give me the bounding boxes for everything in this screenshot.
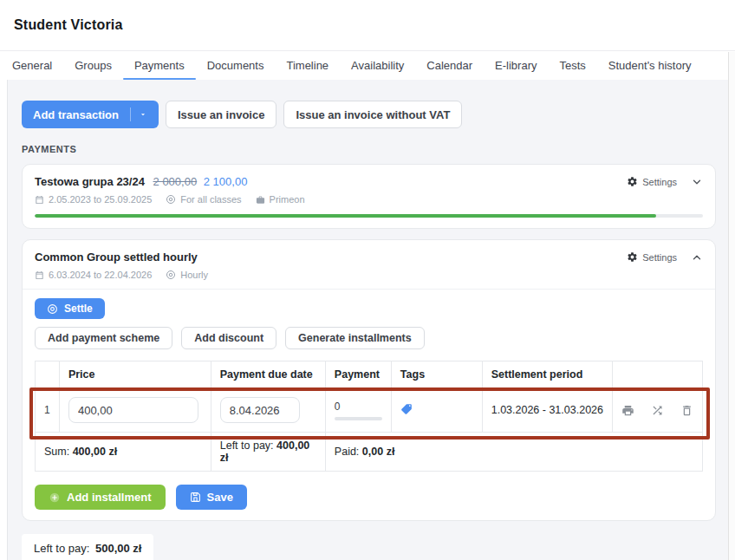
tab-students-history[interactable]: Student's history [597, 51, 703, 80]
settings-label: Settings [642, 177, 677, 187]
settle-button[interactable]: Settle [35, 298, 105, 319]
group-title-row: Testowa grupa 23/24 2 000,00 2 100,00 [35, 175, 247, 188]
paid-label: Paid: [335, 446, 360, 458]
payments-content: Add transaction Issue an invoice Issue a… [7, 80, 728, 560]
group-card-header: Testowa grupa 23/24 2 000,00 2 100,00 Se… [35, 175, 703, 188]
issue-invoice-button[interactable]: Issue an invoice [166, 101, 276, 128]
save-button[interactable]: Save [176, 485, 247, 510]
col-price: Price [59, 361, 211, 388]
group-meta: 6.03.2024 to 22.04.2026 Hourly [35, 270, 703, 280]
scope-item: Hourly [166, 270, 208, 280]
save-label: Save [207, 491, 233, 504]
scope-label: For all classes [180, 194, 241, 205]
issue-invoice-without-vat-button[interactable]: Issue an invoice without VAT [283, 101, 462, 128]
scrollbar[interactable] [728, 52, 735, 560]
date-range-item: 2.05.2023 to 25.09.2025 [35, 194, 152, 205]
scope-label: Hourly [180, 270, 208, 280]
sum-value: 400,00 zł [73, 446, 117, 458]
trash-icon[interactable] [680, 404, 693, 417]
tab-e-library[interactable]: E-library [484, 51, 548, 80]
date-range-item: 6.03.2024 to 22.04.2026 [35, 270, 152, 280]
col-settlement: Settlement period [482, 361, 612, 388]
print-icon[interactable] [621, 404, 634, 417]
col-tags: Tags [391, 361, 482, 388]
sum-label: Sum: [44, 446, 69, 458]
company-label: Primeon [270, 194, 305, 205]
group-meta: 2.05.2023 to 25.09.2025 For all classes … [35, 194, 703, 205]
tab-tests[interactable]: Tests [548, 51, 596, 80]
due-date-input[interactable] [220, 397, 300, 423]
collapse-button[interactable] [691, 251, 703, 264]
group-progress-fill [35, 214, 656, 218]
gear-icon [627, 251, 638, 263]
tab-payments[interactable]: Payments [123, 51, 196, 80]
add-installment-label: Add installment [67, 491, 152, 504]
company-item: Primeon [256, 194, 305, 205]
left-to-pay-chip: Left to pay: 500,00 zł [22, 534, 153, 560]
page-title: Student Victoria [14, 17, 721, 33]
add-installment-button[interactable]: Add installment [35, 485, 166, 510]
button-divider [130, 107, 131, 121]
payment-value: 0 [335, 400, 382, 413]
tag-icon[interactable] [400, 403, 413, 415]
tab-groups[interactable]: Groups [63, 51, 123, 80]
group-card-testowa: Testowa grupa 23/24 2 000,00 2 100,00 Se… [22, 164, 716, 229]
paid-cell: Paid: 0,00 zł [325, 433, 702, 472]
tab-timeline[interactable]: Timeline [275, 51, 340, 80]
left-to-pay-label: Left to pay: [34, 542, 89, 555]
briefcase-icon [256, 195, 265, 205]
add-transaction-button[interactable]: Add transaction [22, 101, 159, 128]
caret-down-icon[interactable] [139, 110, 147, 119]
col-index [36, 361, 60, 388]
group-settings-button[interactable]: Settings [627, 176, 677, 187]
coin-icon [166, 270, 176, 280]
group-title: Testowa grupa 23/24 [35, 175, 145, 188]
collapse-button[interactable] [691, 176, 703, 188]
tab-calendar[interactable]: Calendar [415, 51, 484, 80]
add-transaction-label: Add transaction [33, 108, 119, 121]
date-range-label: 2.05.2023 to 25.09.2025 [49, 194, 152, 205]
left-to-pay-cell: Left to pay: 400,00 zł [211, 433, 325, 472]
paid-value: 0,00 zł [362, 446, 395, 458]
group-settings-button[interactable]: Settings [627, 251, 677, 263]
row-actions [621, 404, 693, 417]
add-discount-button[interactable]: Add discount [181, 327, 276, 349]
settings-label: Settings [642, 252, 677, 263]
installments-table-wrap: Price Payment due date Payment Tags Sett… [35, 361, 703, 472]
payments-section-label: PAYMENTS [22, 144, 716, 154]
installment-row: 1 0 1.03.2026 - 31.03.2026 [36, 388, 703, 433]
old-amount: 2 000,00 [153, 175, 198, 188]
tab-documents[interactable]: Documents [196, 51, 276, 80]
table-footer-row: Sum: 400,00 zł Left to pay: 400,00 zł Pa… [36, 433, 703, 472]
group-title: Common Group settled hourly [35, 251, 198, 264]
group-card-common: Common Group settled hourly Settings 6.0… [22, 239, 716, 521]
page-header: Student Victoria [0, 0, 735, 51]
sum-cell: Sum: 400,00 zł [36, 433, 211, 472]
coin-icon [166, 194, 176, 205]
row-index: 1 [36, 388, 60, 433]
save-buttons-row: Add installment Save [35, 485, 703, 510]
tab-availability[interactable]: Availability [340, 51, 415, 80]
main-tabbar: General Groups Payments Documents Timeli… [0, 51, 735, 80]
left-to-pay-value: 500,00 zł [95, 542, 142, 555]
payment-progress-bar [335, 417, 382, 420]
plus-circle-icon [49, 492, 61, 504]
calendar-icon [35, 195, 44, 205]
calendar-icon [35, 270, 44, 280]
table-header-row: Price Payment due date Payment Tags Sett… [36, 361, 703, 388]
tab-general[interactable]: General [1, 51, 63, 80]
chevron-up-icon [691, 251, 703, 264]
scope-item: For all classes [166, 194, 241, 205]
payments-toolbar: Add transaction Issue an invoice Issue a… [22, 101, 716, 128]
shuffle-icon[interactable] [651, 404, 664, 417]
new-amount[interactable]: 2 100,00 [204, 175, 248, 188]
date-range-label: 6.03.2024 to 22.04.2026 [49, 270, 152, 280]
coin-icon [47, 303, 58, 315]
group-card-header: Common Group settled hourly Settings [35, 251, 703, 264]
group-progress-bar [35, 214, 703, 218]
generate-installments-button[interactable]: Generate installments [285, 327, 425, 349]
settle-label: Settle [64, 303, 93, 315]
chevron-down-icon [691, 176, 703, 188]
add-payment-scheme-button[interactable]: Add payment scheme [35, 327, 172, 349]
price-input[interactable] [68, 397, 198, 423]
